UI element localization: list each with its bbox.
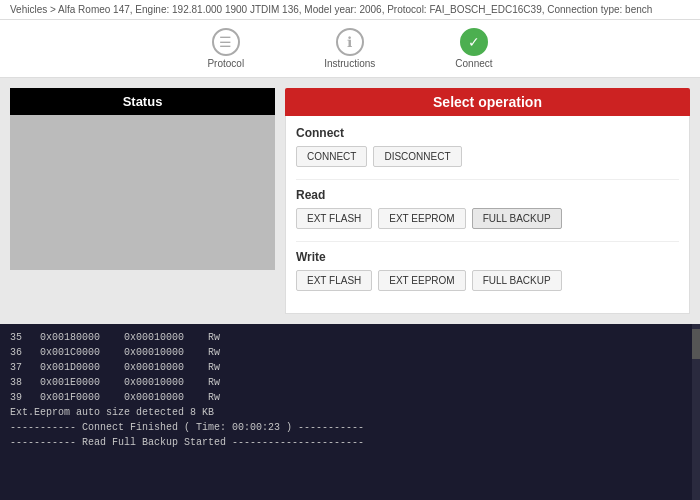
terminal-line: 35 0x00180000 0x00010000 Rw <box>10 330 690 345</box>
terminal-line: 38 0x001E0000 0x00010000 Rw <box>10 375 690 390</box>
write-ext-flash-button[interactable]: EXT FLASH <box>296 270 372 291</box>
step-navigation: ☰ Protocol ℹ Instructions ✓ Connect <box>0 20 700 78</box>
read-ext-eeprom-button[interactable]: EXT EEPROM <box>378 208 465 229</box>
protocol-label: Protocol <box>207 58 244 69</box>
write-buttons: EXT FLASH EXT EEPROM FULL BACKUP <box>296 270 679 291</box>
write-ext-eeprom-button[interactable]: EXT EEPROM <box>378 270 465 291</box>
terminal: 35 0x00180000 0x00010000 Rw36 0x001C0000… <box>0 324 700 500</box>
read-ext-flash-button[interactable]: EXT FLASH <box>296 208 372 229</box>
disconnect-button[interactable]: DISCONNECT <box>373 146 461 167</box>
terminal-line: 37 0x001D0000 0x00010000 Rw <box>10 360 690 375</box>
divider-2 <box>296 241 679 242</box>
status-header: Status <box>10 88 275 115</box>
protocol-icon: ☰ <box>212 28 240 56</box>
terminal-output: 35 0x00180000 0x00010000 Rw36 0x001C0000… <box>10 330 690 450</box>
step-connect[interactable]: ✓ Connect <box>455 28 492 69</box>
connect-button[interactable]: CONNECT <box>296 146 367 167</box>
terminal-line: 36 0x001C0000 0x00010000 Rw <box>10 345 690 360</box>
status-image <box>10 115 275 270</box>
connect-section-title: Connect <box>296 126 679 140</box>
connect-buttons: CONNECT DISCONNECT <box>296 146 679 167</box>
read-buttons: EXT FLASH EXT EEPROM FULL BACKUP <box>296 208 679 229</box>
read-section-title: Read <box>296 188 679 202</box>
connect-icon: ✓ <box>460 28 488 56</box>
step-protocol[interactable]: ☰ Protocol <box>207 28 244 69</box>
instructions-icon: ℹ <box>336 28 364 56</box>
operation-body: Connect CONNECT DISCONNECT Read EXT FLAS… <box>285 116 690 314</box>
breadcrumb: Vehicles > Alfa Romeo 147, Engine: 192.8… <box>0 0 700 20</box>
write-section-title: Write <box>296 250 679 264</box>
scrollbar-thumb[interactable] <box>692 329 700 359</box>
left-panel: Status <box>10 88 275 314</box>
terminal-scrollbar[interactable] <box>692 324 700 500</box>
step-instructions[interactable]: ℹ Instructions <box>324 28 375 69</box>
connect-label: Connect <box>455 58 492 69</box>
instructions-label: Instructions <box>324 58 375 69</box>
read-full-backup-button[interactable]: FULL BACKUP <box>472 208 562 229</box>
main-content: Status Select operation Connect CONNECT … <box>0 78 700 324</box>
divider-1 <box>296 179 679 180</box>
terminal-line: ----------- Read Full Backup Started ---… <box>10 435 690 450</box>
right-panel: Select operation Connect CONNECT DISCONN… <box>285 88 690 314</box>
terminal-line: ----------- Connect Finished ( Time: 00:… <box>10 420 690 435</box>
select-operation-header: Select operation <box>285 88 690 116</box>
terminal-line: 39 0x001F0000 0x00010000 Rw <box>10 390 690 405</box>
terminal-line: Ext.Eeprom auto size detected 8 KB <box>10 405 690 420</box>
write-full-backup-button[interactable]: FULL BACKUP <box>472 270 562 291</box>
